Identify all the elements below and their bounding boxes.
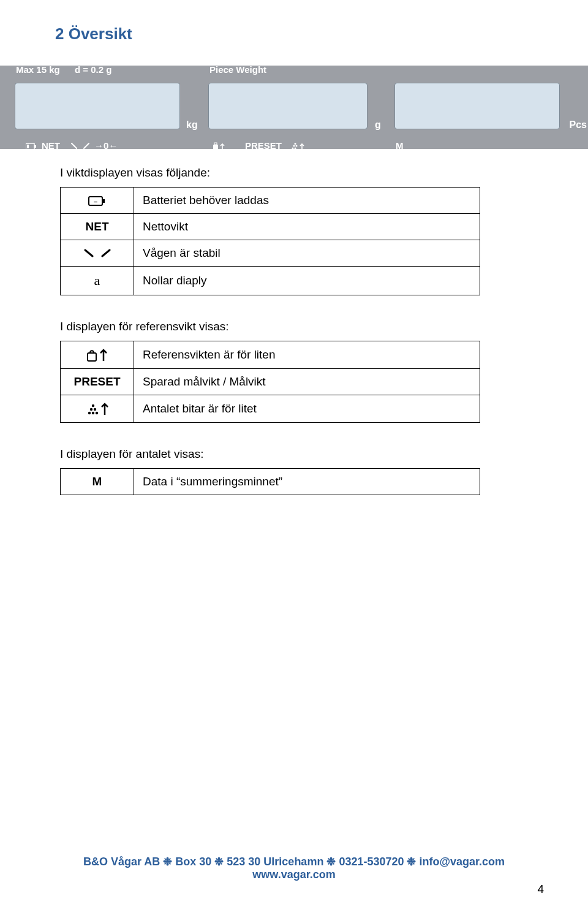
cell-icon: NET [61, 214, 134, 240]
svg-rect-3 [213, 145, 218, 150]
section3-title: I displayen för antalet visas: [60, 447, 533, 461]
svg-rect-2 [27, 145, 29, 148]
cell-desc: Referensvikten är för liten [134, 341, 480, 369]
footer-line-2: www.vagar.com [0, 868, 588, 881]
display-diagram: Vikt Referensvikt Antal Max 15 kg d = 0.… [55, 66, 533, 149]
svg-rect-4 [214, 143, 217, 145]
weight-up-icon [61, 341, 134, 369]
svg-rect-11 [564, 153, 565, 155]
table-row: Vågen är stabil [61, 240, 480, 267]
svg-point-5 [292, 147, 294, 149]
svg-point-7 [293, 145, 295, 146]
table-row: NET Nettovikt [61, 214, 480, 240]
panel-net: NET [42, 140, 60, 151]
table-antal: M Data i “summeringsminnet” [60, 468, 480, 495]
pieces-up-icon [61, 395, 134, 423]
svg-point-22 [91, 404, 94, 407]
cell-desc: Antalet bitar är för litet [134, 395, 480, 423]
page-title: 2 Översikt [55, 25, 533, 44]
svg-point-18 [91, 412, 94, 414]
zero-icon: →0← [94, 140, 118, 151]
cell-desc: Vågen är stabil [134, 240, 480, 267]
cell-icon: a [61, 267, 134, 295]
cell-desc: Data i “summeringsminnet” [134, 469, 480, 495]
cell-desc: Batteriet behöver laddas [134, 188, 480, 214]
svg-point-9 [295, 143, 296, 145]
page-number: 4 [537, 882, 544, 896]
svg-point-12 [567, 152, 570, 156]
table-row: Antalet bitar är för litet [61, 395, 480, 423]
table-row: a Nollar diaply [61, 267, 480, 295]
stable-icon [61, 240, 134, 267]
table-row: – Batteriet behöver laddas [61, 188, 480, 214]
weight-up-icon [212, 140, 225, 150]
table-ref: Referensvikten är för liten PRESET Spara… [60, 341, 480, 423]
table-row: PRESET Sparad målvikt / Målvikt [61, 369, 480, 395]
footer-line-1: B&O Vågar AB ❉ Box 30 ❉ 523 30 Ulriceham… [0, 855, 588, 868]
cell-desc: Sparad målvikt / Målvikt [134, 369, 480, 395]
svg-point-21 [93, 408, 96, 411]
cell-icon: M [61, 469, 134, 495]
panel-d: d = 0.2 g [75, 64, 111, 75]
lcd-count [394, 83, 560, 129]
unit-kg: kg [186, 120, 198, 131]
stable-icon [71, 140, 89, 151]
svg-point-19 [95, 412, 97, 414]
lcd-weight [15, 83, 180, 129]
cell-desc: Nettovikt [134, 214, 480, 240]
page-footer: B&O Vågar AB ❉ Box 30 ❉ 523 30 Ulriceham… [0, 855, 588, 881]
unit-pcs: Pcs [570, 120, 587, 131]
table-row: M Data i “summeringsminnet” [61, 469, 480, 495]
svg-point-8 [296, 145, 298, 146]
svg-rect-1 [34, 145, 36, 148]
table-vikt: – Batteriet behöver laddas NET Nettovikt… [60, 187, 480, 295]
cell-desc: Nollar diaply [134, 267, 480, 295]
svg-rect-14 [102, 199, 105, 203]
cell-icon: PRESET [61, 369, 134, 395]
battery-low-icon [26, 140, 37, 151]
lcd-reference [208, 83, 368, 129]
panel-piece-weight: Piece Weight [209, 64, 266, 75]
scale-display-panel: Max 15 kg d = 0.2 g Piece Weight kg g Pc… [0, 66, 588, 149]
svg-point-6 [295, 147, 296, 149]
panel-max: Max 15 kg [16, 64, 60, 75]
svg-point-17 [88, 412, 90, 414]
svg-point-20 [89, 408, 92, 411]
table-row: Referensvikten är för liten [61, 341, 480, 369]
battery-charge-icon [554, 148, 571, 158]
battery-low-icon: – [61, 188, 134, 214]
pieces-up-icon [290, 140, 305, 150]
section1-title: I viktdisplayen visas följande: [60, 166, 533, 180]
svg-rect-16 [88, 353, 96, 361]
panel-m: M [396, 140, 404, 151]
panel-preset: PRESET [245, 140, 282, 151]
unit-g: g [375, 120, 381, 131]
section2-title: I displayen för referensvikt visas: [60, 320, 533, 333]
svg-text:–: – [93, 198, 97, 205]
